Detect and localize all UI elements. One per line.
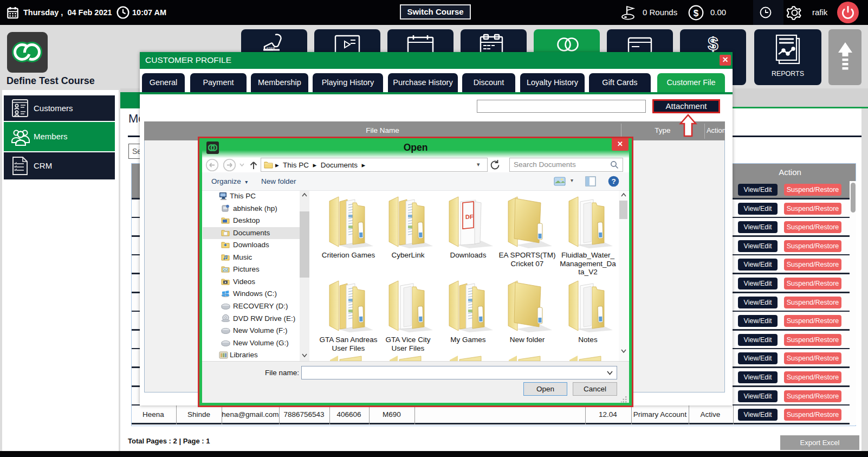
svg-text:$: $ bbox=[694, 8, 699, 18]
svg-text:LASER: LASER bbox=[264, 47, 275, 50]
svg-text:?: ? bbox=[611, 177, 616, 185]
svg-text:DF: DF bbox=[465, 213, 474, 220]
svg-text:$: $ bbox=[708, 34, 718, 54]
